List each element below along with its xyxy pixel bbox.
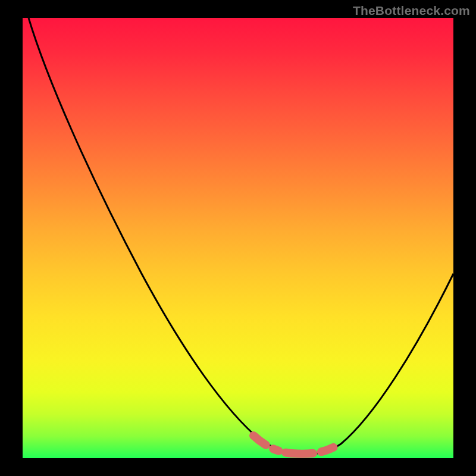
watermark-text: TheBottleneck.com [353,4,470,18]
curve-path [29,18,453,454]
bottleneck-curve [23,18,453,458]
plot-area [23,18,453,458]
chart-frame: TheBottleneck.com [0,0,476,476]
curve-highlight [253,433,351,454]
